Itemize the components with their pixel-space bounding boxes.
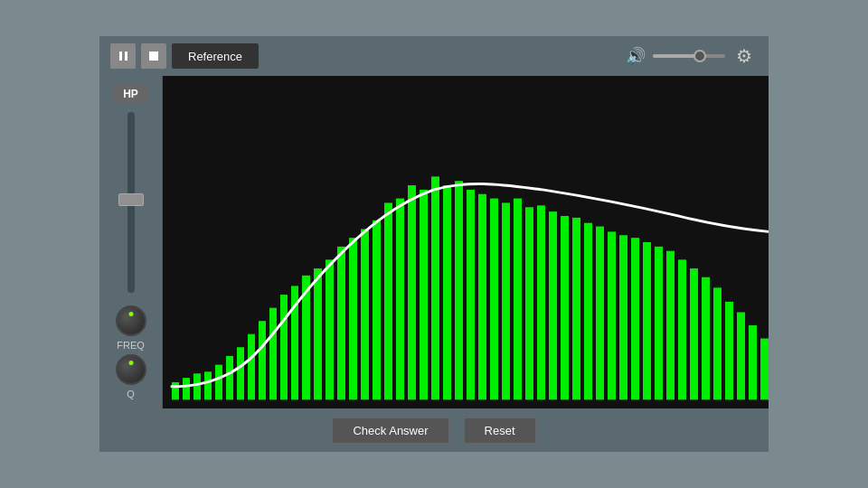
stop-button[interactable] <box>141 43 166 69</box>
svg-rect-43 <box>666 251 675 400</box>
check-answer-button[interactable]: Check Answer <box>332 418 448 444</box>
svg-rect-21 <box>408 185 416 399</box>
svg-rect-18 <box>373 221 381 400</box>
bottom-bar: Check Answer Reset <box>99 408 769 452</box>
svg-rect-28 <box>490 199 498 400</box>
freq-knob-section: FREQ Q <box>116 305 146 399</box>
svg-rect-4 <box>215 365 222 400</box>
reset-button[interactable]: Reset <box>464 418 536 444</box>
vertical-slider-thumb[interactable] <box>118 193 144 206</box>
vertical-slider[interactable] <box>127 112 135 293</box>
svg-rect-7 <box>248 334 255 400</box>
svg-rect-51 <box>760 339 769 400</box>
volume-thumb[interactable] <box>693 50 706 62</box>
svg-rect-3 <box>204 371 212 399</box>
main-content: HP FREQ Q <box>99 76 769 408</box>
spectrum-area <box>163 76 769 408</box>
svg-rect-49 <box>737 312 745 399</box>
svg-rect-15 <box>337 247 345 399</box>
svg-rect-10 <box>280 295 288 399</box>
svg-rect-8 <box>259 321 266 399</box>
svg-rect-26 <box>467 190 475 399</box>
volume-icon: 🔊 <box>626 46 646 66</box>
svg-rect-40 <box>631 238 639 399</box>
freq-knob[interactable] <box>116 305 146 336</box>
svg-rect-16 <box>349 238 357 399</box>
q-knob-dot <box>128 361 133 365</box>
stop-icon <box>149 52 158 61</box>
svg-rect-31 <box>525 207 533 399</box>
svg-rect-44 <box>678 259 686 399</box>
svg-rect-32 <box>537 205 545 399</box>
svg-rect-41 <box>643 242 651 399</box>
svg-rect-25 <box>455 181 463 399</box>
svg-rect-47 <box>713 287 722 399</box>
hp-label[interactable]: HP <box>114 85 147 103</box>
vertical-slider-container <box>99 108 162 296</box>
settings-button[interactable]: ⚙ <box>731 43 758 69</box>
svg-rect-27 <box>478 194 486 400</box>
q-label: Q <box>127 389 135 399</box>
svg-rect-30 <box>514 199 522 400</box>
freq-label: FREQ <box>117 340 145 351</box>
svg-rect-29 <box>502 202 510 399</box>
svg-rect-42 <box>655 247 663 399</box>
svg-rect-22 <box>420 190 428 399</box>
toolbar: Reference 🔊 ⚙ <box>99 36 769 76</box>
sidebar: HP FREQ Q <box>99 76 163 408</box>
svg-rect-0 <box>172 382 179 399</box>
svg-rect-36 <box>584 223 592 400</box>
svg-rect-20 <box>396 199 404 400</box>
svg-rect-14 <box>326 259 334 399</box>
app-window: Reference 🔊 ⚙ HP FREQ <box>99 36 769 452</box>
svg-rect-9 <box>269 308 277 400</box>
svg-rect-38 <box>608 231 616 399</box>
svg-rect-19 <box>384 202 392 399</box>
svg-rect-50 <box>749 325 757 399</box>
svg-rect-33 <box>549 211 557 399</box>
svg-rect-45 <box>690 268 698 399</box>
svg-rect-46 <box>702 277 710 400</box>
pause-button[interactable] <box>110 43 136 69</box>
pause-icon <box>119 52 127 61</box>
svg-rect-2 <box>193 373 201 399</box>
svg-rect-35 <box>572 218 580 399</box>
svg-rect-37 <box>596 227 604 400</box>
svg-rect-39 <box>619 235 627 399</box>
svg-rect-23 <box>431 176 439 399</box>
svg-rect-34 <box>561 216 569 399</box>
volume-area: 🔊 <box>626 46 725 66</box>
svg-rect-48 <box>725 302 733 399</box>
q-knob[interactable] <box>116 354 146 385</box>
spectrum-svg <box>163 76 769 408</box>
svg-rect-17 <box>361 229 369 399</box>
svg-rect-6 <box>237 347 244 399</box>
freq-knob-dot <box>128 312 133 316</box>
svg-rect-13 <box>314 268 322 399</box>
svg-rect-1 <box>183 378 190 399</box>
svg-rect-24 <box>443 185 451 399</box>
volume-slider[interactable] <box>653 54 725 58</box>
svg-rect-5 <box>226 356 233 399</box>
reference-tab[interactable]: Reference <box>172 43 259 69</box>
